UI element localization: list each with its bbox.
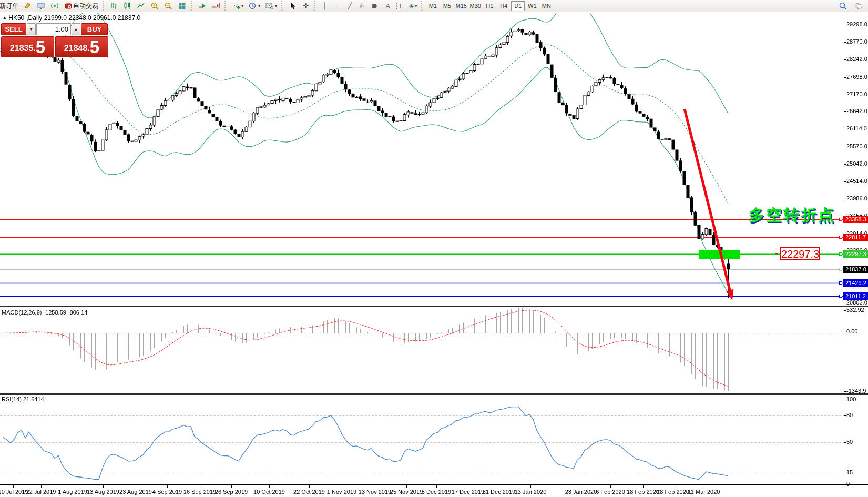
dropdown-caret-icon: ▾ bbox=[275, 4, 277, 8]
zoom-out-button[interactable] bbox=[162, 1, 175, 11]
sell-button[interactable]: SELL bbox=[1, 23, 26, 35]
timeframe-button-M30[interactable]: M30 bbox=[468, 1, 482, 11]
shapes-icon: ◈ bbox=[409, 2, 414, 9]
toolbar-separator bbox=[191, 1, 193, 11]
timeframe-button-MN[interactable]: MN bbox=[539, 1, 553, 11]
main-toolbar: 新订单 自动交易 bbox=[0, 0, 868, 12]
chart-shift-icon bbox=[211, 2, 220, 10]
price-axis-tick: 28242.0 bbox=[846, 56, 867, 62]
indicators-button[interactable]: ▾ bbox=[229, 1, 246, 11]
timeframe-button-M5[interactable]: M5 bbox=[440, 1, 454, 11]
signal-button[interactable] bbox=[48, 1, 62, 11]
turning-point-annotation[interactable]: 多空转折点 bbox=[749, 205, 835, 226]
bar-chart-icon bbox=[109, 2, 118, 10]
clock-icon bbox=[248, 2, 257, 10]
buy-price-panel[interactable]: 21848. 5 bbox=[55, 36, 108, 57]
date-axis-label: 10 Jul 2019 bbox=[0, 489, 28, 495]
rsi-axis-tick: 100 bbox=[846, 396, 856, 402]
price-level-label: 21011.2 bbox=[843, 292, 868, 300]
timeframe-button-D1[interactable]: D1 bbox=[511, 1, 525, 11]
channel-tool[interactable]: ⫽E bbox=[356, 1, 369, 11]
label-tool-icon: T bbox=[396, 3, 404, 9]
new-chart-button[interactable] bbox=[21, 1, 34, 11]
bar-chart-button[interactable] bbox=[107, 1, 120, 11]
toolbar-separator bbox=[224, 1, 227, 11]
candlestick-icon bbox=[123, 2, 132, 10]
timeframe-button-H1[interactable]: H1 bbox=[483, 1, 496, 11]
timeframe-button-M1[interactable]: M1 bbox=[426, 1, 440, 11]
timeframe-button-H4[interactable]: H4 bbox=[497, 1, 510, 11]
date-axis-label: 25 Nov 2019 bbox=[390, 489, 423, 495]
vertical-line-tool[interactable]: │ bbox=[319, 1, 331, 11]
chart-shift-button[interactable] bbox=[209, 1, 222, 11]
chart-canvas[interactable] bbox=[0, 0, 868, 497]
volume-down-button[interactable]: ▼ bbox=[27, 23, 36, 35]
date-axis-label: 16 Sep 2019 bbox=[183, 489, 216, 495]
toolbar-right-group bbox=[836, 1, 867, 11]
date-axis-label: 13 Nov 2019 bbox=[359, 489, 391, 495]
buy-button[interactable]: BUY bbox=[81, 23, 108, 35]
price-level-label: 23358.3 bbox=[843, 216, 868, 223]
volume-input[interactable] bbox=[36, 23, 71, 35]
price-axis-tick: 26114.0 bbox=[846, 125, 867, 131]
line-chart-button[interactable] bbox=[135, 1, 148, 11]
timeframe-button-W1[interactable]: W1 bbox=[525, 1, 539, 11]
zoom-in-icon bbox=[150, 2, 159, 10]
shapes-tool[interactable]: ◈ ▾ bbox=[407, 1, 419, 11]
crosshair-tool-button[interactable]: ✛ bbox=[300, 1, 312, 11]
search-button[interactable] bbox=[836, 1, 850, 11]
date-axis-label: 23 Jan 2020 bbox=[565, 489, 597, 495]
fibonacci-tool[interactable]: ≣F bbox=[369, 1, 381, 11]
date-axis-label: 1 Aug 2019 bbox=[58, 489, 87, 495]
price-axis-tick: 27698.0 bbox=[846, 74, 867, 80]
up-arrow-icon: ▲ bbox=[74, 27, 78, 32]
toolbar-separator bbox=[103, 1, 105, 11]
sell-price-panel[interactable]: 21835. 5 bbox=[1, 36, 54, 57]
chart-title: ▲ HK50-,Daily 21999.0 22348.0 20961.0 21… bbox=[3, 14, 140, 22]
autotrading-button[interactable]: 自动交易 bbox=[62, 1, 100, 11]
new-order-button[interactable]: 新订单 bbox=[0, 1, 21, 11]
template-icon bbox=[265, 2, 274, 10]
cursor-tool-button[interactable] bbox=[286, 1, 299, 11]
trendline-tool[interactable]: ╱ bbox=[344, 1, 356, 11]
zoom-out-icon bbox=[164, 2, 173, 10]
date-axis-label: 23 Aug 2019 bbox=[119, 489, 152, 495]
toolbar-separator bbox=[314, 1, 316, 11]
monitor-icon bbox=[37, 2, 46, 10]
one-click-toggle-icon[interactable]: ▲ bbox=[3, 15, 7, 20]
search-icon bbox=[839, 2, 847, 10]
signal-icon bbox=[50, 2, 59, 10]
timeframe-button-M15[interactable]: M15 bbox=[454, 1, 468, 11]
volume-up-button[interactable]: ▲ bbox=[72, 23, 80, 35]
price-axis-tick: 26642.0 bbox=[846, 108, 867, 114]
chat-button[interactable] bbox=[852, 1, 865, 11]
text-tool[interactable]: A bbox=[382, 1, 394, 11]
candlestick-button[interactable] bbox=[121, 1, 134, 11]
price-level-label: 22297.3 bbox=[843, 250, 868, 258]
date-axis-label: 28 Feb 2020 bbox=[657, 489, 689, 495]
market-watch-button[interactable] bbox=[35, 1, 48, 11]
zoom-in-button[interactable] bbox=[148, 1, 161, 11]
date-axis-label: 4 Sep 2019 bbox=[152, 489, 182, 495]
dropdown-caret-icon: ▾ bbox=[258, 4, 260, 8]
toolbar-separator bbox=[421, 1, 424, 11]
templates-button[interactable]: ▾ bbox=[263, 1, 279, 11]
trendline-icon: ╱ bbox=[348, 2, 352, 9]
horizontal-line-icon: ─ bbox=[335, 2, 340, 9]
horizontal-line-tool[interactable]: ─ bbox=[331, 1, 343, 11]
label-tool[interactable]: T bbox=[394, 1, 406, 11]
auto-scroll-button[interactable] bbox=[196, 1, 209, 11]
buy-price-big-digit: 5 bbox=[90, 39, 99, 55]
sell-price-big-digit: 5 bbox=[36, 39, 45, 55]
gold-card-icon bbox=[23, 2, 32, 10]
buy-price: 21848. bbox=[64, 42, 90, 55]
periods-button[interactable]: ▾ bbox=[246, 1, 262, 11]
tile-windows-button[interactable] bbox=[176, 1, 189, 11]
price-axis-tick: 20802.0 bbox=[846, 299, 867, 306]
rsi-axis-tick: 15 bbox=[846, 469, 853, 475]
macd-label: MACD(12,26,9) -1258.59 -806.14 bbox=[2, 309, 87, 316]
rsi-axis-tick: 0 bbox=[846, 481, 850, 487]
price-axis-tick: 29298.0 bbox=[846, 21, 867, 27]
price-tag-label[interactable]: 22297.3 bbox=[780, 247, 820, 260]
text-tool-icon: A bbox=[385, 2, 390, 10]
